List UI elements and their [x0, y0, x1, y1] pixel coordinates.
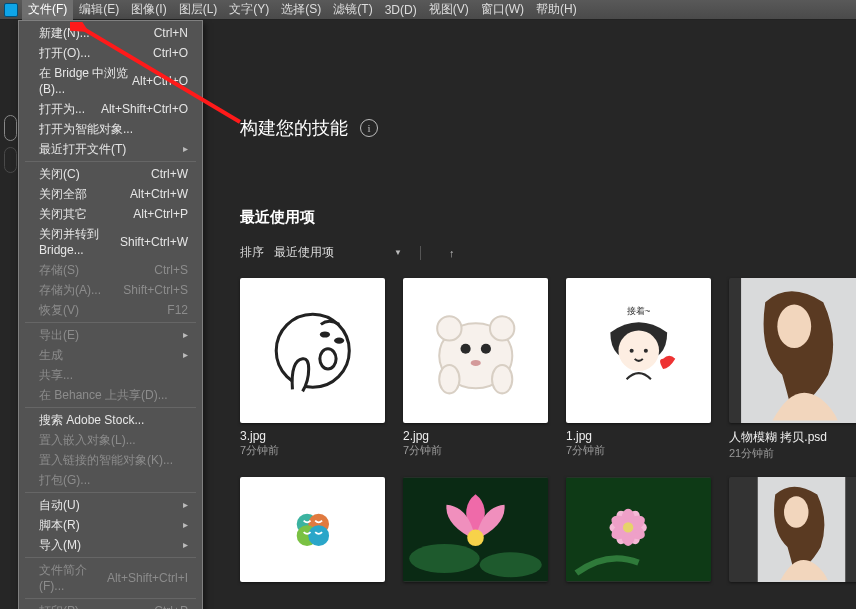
- menu-3d[interactable]: 3D(D): [379, 1, 423, 19]
- menu-item-shortcut: Ctrl+P: [154, 603, 188, 609]
- hero-title-row: 构建您的技能 i: [240, 116, 378, 140]
- menu-item-label: 自动(U): [39, 497, 80, 513]
- menu-item: 共享...: [19, 365, 202, 385]
- menu-item[interactable]: 打开为...Alt+Shift+Ctrl+O: [19, 99, 202, 119]
- nav-tab-other[interactable]: [4, 147, 17, 173]
- menu-item-label: 最近打开文件(T): [39, 141, 126, 157]
- menu-item[interactable]: 关闭(C)Ctrl+W: [19, 164, 202, 184]
- menu-item-shortcut: Ctrl+W: [151, 166, 188, 182]
- svg-point-8: [481, 343, 491, 353]
- menu-separator: [25, 407, 196, 408]
- file-card[interactable]: [566, 477, 711, 582]
- menu-separator: [25, 598, 196, 599]
- menu-layer[interactable]: 图层(L): [173, 0, 224, 20]
- ps-icon: [4, 3, 18, 17]
- menu-edit[interactable]: 编辑(E): [73, 0, 125, 20]
- menu-item[interactable]: 关闭其它Alt+Ctrl+P: [19, 204, 202, 224]
- file-time: 21分钟前: [729, 446, 856, 461]
- thumbnail: [240, 278, 385, 423]
- menu-view[interactable]: 视图(V): [423, 0, 475, 20]
- file-card[interactable]: 接着~ 1.jpg 7分钟前: [566, 278, 711, 461]
- menu-item[interactable]: 脚本(R): [19, 515, 202, 535]
- menu-item-shortcut: Shift+Ctrl+W: [120, 234, 188, 250]
- recent-grid: 3.jpg 7分钟前 2.jpg 7分钟前: [240, 278, 844, 582]
- menu-item-label: 置入链接的智能对象(K)...: [39, 452, 173, 468]
- menu-filter[interactable]: 滤镜(T): [327, 0, 378, 20]
- thumbnail: [403, 278, 548, 423]
- menu-item-label: 脚本(R): [39, 517, 80, 533]
- info-icon[interactable]: i: [360, 119, 378, 137]
- menu-item[interactable]: 自动(U): [19, 495, 202, 515]
- menu-item[interactable]: 导入(M): [19, 535, 202, 555]
- menu-item[interactable]: 打开(O)...Ctrl+O: [19, 43, 202, 63]
- nav-tab-learn[interactable]: [4, 115, 17, 141]
- menu-item[interactable]: 打开为智能对象...: [19, 119, 202, 139]
- file-name: 1.jpg: [566, 429, 711, 443]
- menu-item-label: 打开为...: [39, 101, 85, 117]
- menu-item: 打包(G)...: [19, 470, 202, 490]
- svg-point-25: [480, 552, 542, 577]
- svg-point-2: [334, 337, 344, 343]
- svg-point-14: [629, 348, 633, 352]
- chevron-down-icon: ▼: [394, 248, 402, 257]
- left-nav: [4, 115, 17, 179]
- menu-item: 存储(S)Ctrl+S: [19, 260, 202, 280]
- menu-item[interactable]: 关闭并转到 Bridge...Shift+Ctrl+W: [19, 224, 202, 260]
- menu-select[interactable]: 选择(S): [275, 0, 327, 20]
- menu-item-label: 关闭全部: [39, 186, 87, 202]
- menu-item-label: 关闭其它: [39, 206, 87, 222]
- menu-bar: 文件(F) 编辑(E) 图像(I) 图层(L) 文字(Y) 选择(S) 滤镜(T…: [0, 0, 856, 20]
- file-name: 人物模糊 拷贝.psd: [729, 429, 856, 446]
- svg-point-24: [409, 544, 479, 573]
- sort-select[interactable]: 最近使用项 ▼: [274, 244, 402, 261]
- menu-item-label: 置入嵌入对象(L)...: [39, 432, 136, 448]
- menu-item-label: 存储(S): [39, 262, 79, 278]
- svg-point-9: [470, 360, 480, 366]
- menu-separator: [25, 161, 196, 162]
- divider: [420, 246, 421, 260]
- thumbnail: [729, 477, 856, 582]
- thumbnail: [403, 477, 548, 582]
- hamster-icon: [425, 300, 527, 402]
- file-card[interactable]: [403, 477, 548, 582]
- svg-point-34: [623, 522, 633, 532]
- menu-item-shortcut: Alt+Shift+Ctrl+O: [101, 101, 188, 117]
- menu-item[interactable]: 关闭全部Alt+Ctrl+W: [19, 184, 202, 204]
- menu-item[interactable]: 在 Bridge 中浏览(B)...Alt+Ctrl+O: [19, 63, 202, 99]
- menu-item: 打印(P)...Ctrl+P: [19, 601, 202, 609]
- svg-point-10: [439, 365, 459, 393]
- sort-label: 排序: [240, 244, 264, 261]
- menu-item-label: 存储为(A)...: [39, 282, 101, 298]
- menu-item[interactable]: 新建(N)...Ctrl+N: [19, 23, 202, 43]
- menu-item-shortcut: Ctrl+N: [154, 25, 188, 41]
- menu-item[interactable]: 搜索 Adobe Stock...: [19, 410, 202, 430]
- menu-help[interactable]: 帮助(H): [530, 0, 583, 20]
- logo-icon: [273, 501, 353, 559]
- menu-item-shortcut: Ctrl+S: [154, 262, 188, 278]
- menu-item: 生成: [19, 345, 202, 365]
- menu-item[interactable]: 最近打开文件(T): [19, 139, 202, 159]
- file-time: 7分钟前: [566, 443, 711, 458]
- file-card[interactable]: [729, 477, 856, 582]
- thumbnail: [566, 477, 711, 582]
- menu-file[interactable]: 文件(F): [22, 0, 73, 20]
- svg-point-7: [460, 343, 470, 353]
- file-card[interactable]: [240, 477, 385, 582]
- menu-image[interactable]: 图像(I): [125, 0, 172, 20]
- menu-item-label: 恢复(V): [39, 302, 79, 318]
- file-card[interactable]: 人物模糊 拷贝.psd 21分钟前: [729, 278, 856, 461]
- menu-item: 恢复(V)F12: [19, 300, 202, 320]
- menu-item-label: 关闭(C): [39, 166, 80, 182]
- file-card[interactable]: 3.jpg 7分钟前: [240, 278, 385, 461]
- menu-window[interactable]: 窗口(W): [475, 0, 530, 20]
- menu-type[interactable]: 文字(Y): [223, 0, 275, 20]
- menu-item-label: 文件简介(F)...: [39, 562, 107, 594]
- sort-row: 排序 最近使用项 ▼ ↑: [240, 244, 454, 261]
- svg-point-26: [467, 530, 484, 547]
- menu-item-label: 在 Bridge 中浏览(B)...: [39, 65, 132, 97]
- file-name: 2.jpg: [403, 429, 548, 443]
- file-menu-dropdown: 新建(N)...Ctrl+N打开(O)...Ctrl+O在 Bridge 中浏览…: [18, 20, 203, 609]
- file-card[interactable]: 2.jpg 7分钟前: [403, 278, 548, 461]
- menu-separator: [25, 557, 196, 558]
- sort-direction-icon[interactable]: ↑: [449, 247, 455, 259]
